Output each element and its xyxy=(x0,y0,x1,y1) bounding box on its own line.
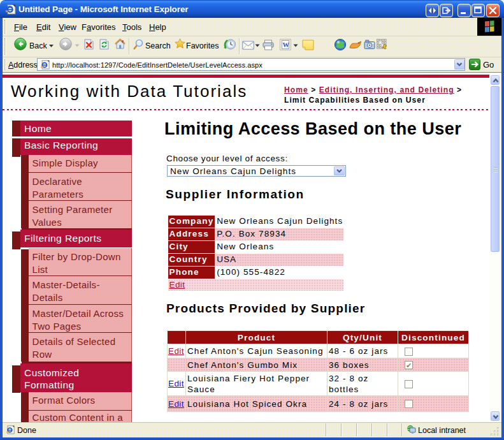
svg-text:W: W xyxy=(283,41,290,48)
